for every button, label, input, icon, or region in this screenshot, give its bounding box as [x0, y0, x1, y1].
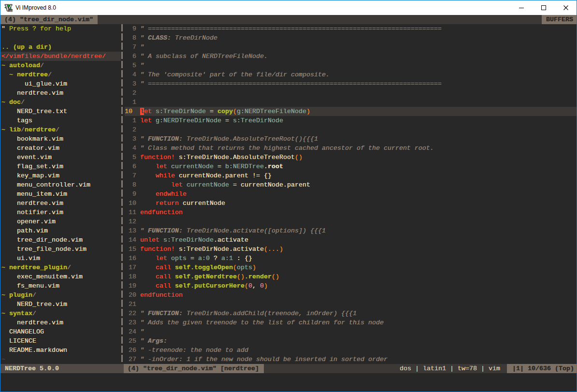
svg-text:im: im [8, 8, 13, 12]
